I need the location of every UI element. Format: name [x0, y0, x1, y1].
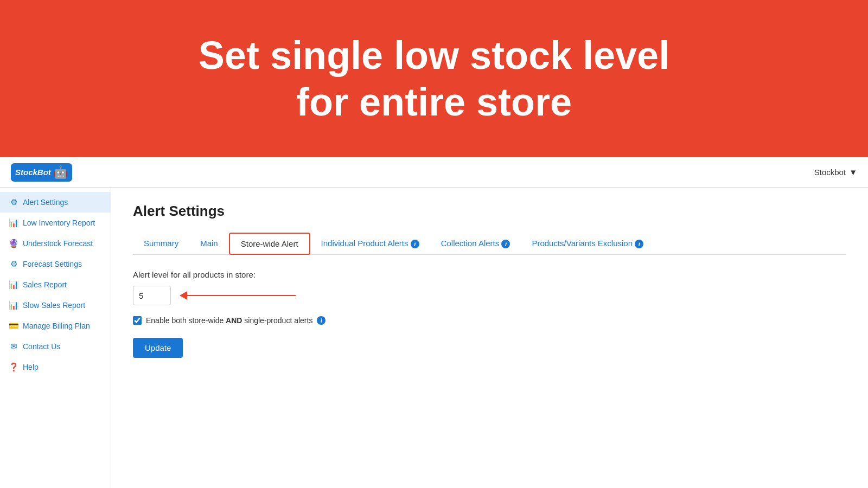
sidebar: ⚙ Alert Settings 📊 Low Inventory Report …	[0, 188, 111, 488]
content-area: Alert Settings Summary Main Store-wide A…	[111, 188, 868, 488]
checkbox-label: Enable both store-wide AND single-produc…	[146, 316, 312, 325]
tab-individual-label: Individual Product Alerts	[321, 239, 411, 248]
hero-title: Set single low stock level for entire st…	[199, 32, 669, 126]
gear-icon: ⚙	[9, 259, 18, 269]
exclusion-info-icon[interactable]: i	[635, 240, 643, 248]
sidebar-label: Contact Us	[23, 342, 60, 351]
sidebar-item-alert-settings[interactable]: ⚙ Alert Settings	[0, 192, 111, 213]
topbar: StockBot 🤖 Stockbot ▼	[0, 157, 868, 188]
sidebar-item-forecast-settings[interactable]: ⚙ Forecast Settings	[0, 254, 111, 274]
app-container: StockBot 🤖 Stockbot ▼ ⚙ Alert Settings 📊…	[0, 157, 868, 488]
collection-info-icon[interactable]: i	[501, 240, 510, 248]
main-layout: ⚙ Alert Settings 📊 Low Inventory Report …	[0, 188, 868, 488]
sidebar-item-understock-forecast[interactable]: 🔮 Understock Forecast	[0, 233, 111, 254]
sidebar-item-help[interactable]: ❓ Help	[0, 357, 111, 377]
gear-icon: ⚙	[9, 197, 18, 207]
tab-collection-label: Collection Alerts	[441, 239, 502, 248]
bar-chart-icon: 📊	[9, 300, 18, 310]
tab-collection-alerts[interactable]: Collection Alerts i	[430, 233, 521, 255]
logo-text: StockBot	[15, 168, 51, 177]
user-menu[interactable]: Stockbot ▼	[814, 168, 857, 177]
tab-main[interactable]: Main	[189, 233, 229, 255]
sidebar-label: Understock Forecast	[23, 239, 93, 248]
arrow-head-icon	[180, 291, 187, 300]
individual-info-icon[interactable]: i	[411, 240, 419, 248]
tab-products-variants-exclusion[interactable]: Products/Variants Exclusion i	[521, 233, 654, 255]
sidebar-label: Low Inventory Report	[23, 219, 95, 227]
arrow-line	[187, 295, 296, 296]
update-button[interactable]: Update	[133, 338, 183, 358]
sidebar-label: Alert Settings	[23, 198, 68, 207]
alert-level-input[interactable]	[133, 286, 171, 305]
sidebar-item-low-inventory-report[interactable]: 📊 Low Inventory Report	[0, 213, 111, 233]
bar-chart-icon: 📊	[9, 218, 18, 228]
forecast-icon: 🔮	[9, 239, 18, 248]
form-section: Alert level for all products in store: E…	[133, 270, 846, 358]
sidebar-label: Forecast Settings	[23, 260, 82, 268]
help-icon: ❓	[9, 362, 18, 372]
sidebar-item-sales-report[interactable]: 📊 Sales Report	[0, 274, 111, 295]
sidebar-item-slow-sales-report[interactable]: 📊 Slow Sales Report	[0, 295, 111, 316]
sidebar-item-contact-us[interactable]: ✉ Contact Us	[0, 336, 111, 357]
sidebar-label: Help	[23, 363, 39, 371]
sidebar-label: Slow Sales Report	[23, 301, 85, 310]
tab-exclusion-label: Products/Variants Exclusion	[532, 239, 635, 248]
email-icon: ✉	[9, 342, 18, 351]
stockbot-logo[interactable]: StockBot 🤖	[11, 163, 72, 182]
user-label: Stockbot	[814, 168, 846, 177]
page-title: Alert Settings	[133, 203, 846, 220]
enable-both-alerts-checkbox[interactable]	[133, 316, 142, 325]
sidebar-item-manage-billing[interactable]: 💳 Manage Billing Plan	[0, 316, 111, 336]
robot-icon: 🤖	[53, 165, 68, 179]
checkbox-info-icon[interactable]: i	[317, 316, 326, 325]
billing-icon: 💳	[9, 321, 18, 331]
input-row	[133, 286, 846, 305]
tab-summary[interactable]: Summary	[133, 233, 189, 255]
sidebar-label: Sales Report	[23, 280, 67, 289]
arrow-indicator	[180, 291, 296, 300]
hero-banner: Set single low stock level for entire st…	[0, 0, 868, 157]
checkbox-row: Enable both store-wide AND single-produc…	[133, 316, 846, 325]
bar-chart-icon: 📊	[9, 280, 18, 290]
tab-individual-product-alerts[interactable]: Individual Product Alerts i	[310, 233, 430, 255]
tab-store-wide-alert[interactable]: Store-wide Alert	[229, 233, 310, 255]
logo-area: StockBot 🤖	[11, 163, 72, 182]
field-label: Alert level for all products in store:	[133, 270, 846, 279]
tabs-container: Summary Main Store-wide Alert Individual…	[133, 233, 846, 255]
sidebar-label: Manage Billing Plan	[23, 322, 90, 330]
user-dropdown-icon: ▼	[849, 168, 857, 177]
